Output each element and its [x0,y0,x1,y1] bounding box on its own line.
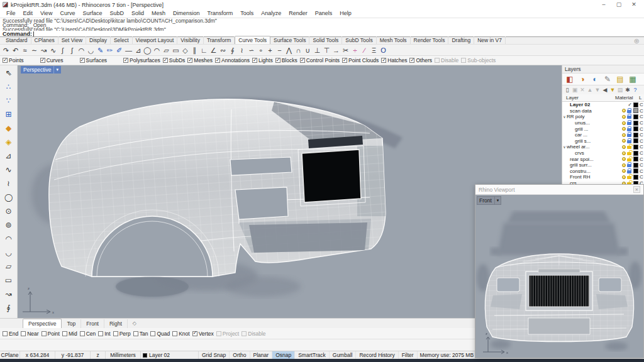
folder-panel-tab-icon[interactable]: ▤ [614,74,626,85]
command-history[interactable]: Successfully read file "C:\Users\CAD\Des… [0,18,644,31]
extract-points-icon[interactable]: ◆ [2,122,16,136]
toolbar-tab[interactable]: CPlanes [31,36,58,44]
menu-item[interactable]: Curve [56,9,79,18]
checkbox-box[interactable] [150,331,155,336]
arc-3pt-icon[interactable]: ◡ [2,246,16,260]
filter-checkbox[interactable]: Hatches [381,57,407,63]
checkbox-box[interactable] [42,331,47,336]
filter-checkbox[interactable]: Polysurfaces [123,57,160,63]
car ...[interactable]: ∨ car ... ✓ C [562,132,644,138]
circle-tool-icon[interactable]: ◯ [143,45,152,55]
layer-name[interactable]: constru... [570,168,622,174]
viewport-menu-arrow-icon[interactable]: ▾ [494,197,499,204]
cplane-cell[interactable]: CPlane [0,351,20,359]
osnap-checkbox[interactable]: Mid [62,331,77,337]
viewport-menu-arrow-icon[interactable]: ▾ [53,66,58,74]
pencil-curve-icon[interactable]: ✐ [114,45,124,55]
circle-2pt-icon[interactable]: ⊙ [2,205,16,219]
layer-color-swatch[interactable] [633,108,638,113]
layer-color-swatch[interactable] [633,126,638,131]
linetype-cell[interactable]: C [640,150,643,156]
Layer 02[interactable]: ∨ Layer 02 ✓ C [562,102,644,108]
bulb-icon[interactable] [622,145,626,149]
viewport-tab[interactable]: Top [62,319,81,328]
lock-icon[interactable] [627,158,631,162]
offset-curve-icon[interactable]: ∥ [190,45,199,55]
RR poly[interactable]: ∨ RR poly ✓ C [562,114,644,120]
status-toggle[interactable]: Osnap [272,351,295,359]
lock-icon[interactable] [627,134,631,137]
visibility-toggle-icon[interactable]: ◈ [2,136,16,150]
continue-curve-icon[interactable]: ∼ [30,45,39,55]
unus...[interactable]: ∨ unus... ✓ C [562,120,644,126]
arc-tool-icon[interactable]: ◠ [152,45,162,55]
status-toggle[interactable]: Planar [250,351,273,359]
layers-panel-tab-icon[interactable]: ◧ [564,74,576,85]
osnap-checkbox[interactable]: Near [21,331,38,337]
linetype-cell[interactable]: C [640,174,643,180]
menu-item[interactable]: Render [285,9,311,18]
grill ...[interactable]: ∨ grill ... ✓ C [562,126,644,132]
curve-deviation-icon[interactable]: O [379,45,388,55]
lock-icon[interactable] [627,122,631,125]
checkbox-box[interactable] [133,331,138,336]
expander-icon[interactable]: ∨ [562,145,567,149]
linetype-cell[interactable]: C [640,126,643,132]
viewport-tab[interactable]: Right [104,319,128,328]
remove-knot-icon[interactable]: − [275,45,284,55]
filter-checkbox[interactable]: Others [409,57,432,63]
filter-funnel-icon[interactable]: ▼ [609,86,616,94]
edit-curve-icon[interactable]: ↷ [1,45,11,55]
bulb-icon[interactable] [622,109,626,112]
circle-center-icon[interactable]: ◯ [2,191,16,205]
undo-curve-edit-icon[interactable]: ↶ [11,45,20,55]
checkbox-box[interactable] [381,58,386,63]
checkbox-box[interactable] [123,58,128,63]
checkbox-box[interactable] [187,58,192,63]
pullback-curve-icon[interactable]: ⊤ [322,45,331,55]
select-arrow-icon[interactable]: ⇖ [2,67,16,80]
layer-color-swatch[interactable] [633,163,638,168]
checkbox-box[interactable] [300,58,305,63]
change-degree-icon[interactable]: ∘ [256,45,265,55]
status-toggle[interactable]: SmartTrack [295,351,330,359]
extend-curve-icon[interactable]: → [331,45,341,55]
bulb-icon[interactable] [622,139,626,143]
linetype-cell[interactable]: C [640,144,643,150]
ellipse-tool-icon[interactable]: ▱ [162,45,171,55]
single-point-icon[interactable]: ∴ [2,80,16,94]
toolbar-tab[interactable]: Drafting [448,36,474,44]
filter-checkbox[interactable]: Disable [435,57,458,63]
layer-color-swatch[interactable] [633,156,638,162]
layer-tools-icon[interactable]: ✱ [624,86,631,94]
menu-item[interactable]: Help [336,9,355,18]
layer-name[interactable]: Front RH [570,174,622,180]
move-down-icon[interactable]: ▼ [594,86,601,94]
trim-curve-icon[interactable]: ✂ [341,45,350,55]
osnap-checkbox[interactable]: Quad [150,331,170,337]
menu-item[interactable]: Analyze [257,9,285,18]
lock-icon[interactable] [627,152,631,155]
fair-curve-icon[interactable]: ∽ [247,45,256,55]
menu-item[interactable]: Dimension [169,9,204,18]
menu-item[interactable]: Surface [79,9,106,18]
filter-checkbox[interactable]: Points [3,57,24,63]
menu-item[interactable]: File [3,9,19,18]
osnap-checkbox[interactable]: Tan [133,331,148,337]
expander-icon[interactable]: ∨ [562,114,567,119]
bulb-icon[interactable] [622,151,626,155]
filter-checkbox[interactable]: Lights [252,57,273,63]
multi-point-icon[interactable]: ∵ [2,94,16,108]
viewport-tab[interactable]: Front [81,319,104,328]
toolbar-tab[interactable]: Solid Tools [309,36,342,44]
checkbox-box[interactable] [113,331,118,336]
grill s...[interactable]: ∨ grill s... ✓ C [562,138,644,145]
bulb-icon[interactable] [622,169,626,173]
ellipse-center-icon[interactable]: ▱ [2,260,16,274]
floating-viewport-window[interactable]: Rhino Viewport ✕ Front ▾ [475,184,644,358]
toolbar-tab[interactable]: Curve Tools [235,36,270,44]
osnap-checkbox[interactable]: Vertex [192,331,214,337]
adjust-curve-seam-icon[interactable]: ↝ [39,45,48,55]
toolbar-tab[interactable]: Visibility [177,36,204,44]
linetype-cell[interactable]: C [640,108,643,114]
